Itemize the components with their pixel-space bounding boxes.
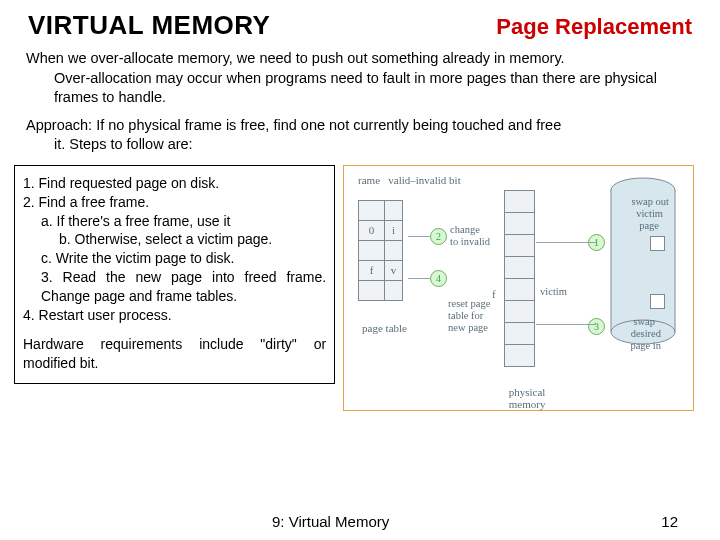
pt-r2-frame: 0 — [359, 220, 385, 240]
label-swapin-1: swap — [633, 316, 655, 328]
label-swapout-1: swap out — [631, 196, 669, 208]
arrow-swap-in — [536, 324, 596, 325]
slide-subtitle: Page Replacement — [496, 14, 692, 40]
arrow-reset-table — [408, 278, 430, 279]
col-frame: rame — [358, 174, 380, 186]
pt-r2-bit: i — [385, 220, 403, 240]
label-victim: victim — [540, 286, 567, 298]
arrow-change-invalid — [408, 236, 430, 237]
label-swapout-3: page — [639, 220, 659, 232]
label-reset-3: new page — [448, 322, 488, 334]
para2-line1: Approach: If no physical frame is free, … — [26, 117, 561, 133]
physical-memory — [504, 190, 535, 367]
step-3: 3. Read the new page into freed frame. C… — [23, 268, 326, 306]
slide-title: VIRTUAL MEMORY — [28, 10, 270, 41]
frame-f-label: f — [492, 288, 496, 300]
page-replacement-diagram: rame valid–invalid bit 0i fv page table … — [343, 165, 694, 411]
hardware-note: Hardware requirements include "dirty" or… — [23, 336, 326, 371]
label-reset-2: table for — [448, 310, 483, 322]
disk-page-out — [650, 236, 665, 251]
disk-page-in — [650, 294, 665, 309]
page-number: 12 — [661, 513, 678, 530]
step-2c: c. Write the victim page to disk. — [23, 249, 326, 268]
step-2: 2. Find a free frame. — [23, 194, 149, 210]
step-circle-2: 2 — [430, 228, 447, 245]
arrow-swap-out — [536, 242, 596, 243]
steps-box: 1. Find requested page on disk. 2. Find … — [14, 165, 335, 384]
step-circle-3: 3 — [588, 318, 605, 335]
para2-line2: it. Steps to follow are: — [26, 135, 694, 155]
pagetable-header: rame valid–invalid bit — [358, 174, 461, 186]
page-table-label: page table — [362, 322, 407, 334]
physical-memory-label: physical memory — [502, 386, 552, 410]
step-1: 1. Find requested page on disk. — [23, 175, 219, 191]
step-2a: a. If there's a free frame, use it — [23, 212, 326, 231]
step-4: 4. Restart user process. — [23, 307, 172, 323]
label-swapin-2: desired — [631, 328, 661, 340]
slide-footer: 9: Virtual Memory 12 — [0, 513, 720, 530]
paragraph-overallocate: When we over-allocate memory, we need to… — [0, 47, 720, 114]
footer-title: 9: Virtual Memory — [272, 513, 389, 530]
paragraph-approach: Approach: If no physical frame is free, … — [0, 114, 720, 161]
label-to-invalid: to invalid — [450, 236, 490, 248]
step-2b: b. Otherwise, select a victim page. — [23, 230, 326, 249]
col-bit: valid–invalid bit — [388, 174, 460, 186]
para1-line1: When we over-allocate memory, we need to… — [26, 50, 565, 66]
label-change: change — [450, 224, 480, 236]
label-swapout-2: victim — [636, 208, 663, 220]
label-swapin-3: page in — [630, 340, 661, 352]
pt-r4-bit: v — [385, 260, 403, 280]
pt-r4-frame: f — [359, 260, 385, 280]
label-reset-1: reset page — [448, 298, 490, 310]
step-circle-4: 4 — [430, 270, 447, 287]
para1-line2: Over-allocation may occur when programs … — [26, 69, 694, 108]
page-table: 0i fv — [358, 200, 403, 301]
